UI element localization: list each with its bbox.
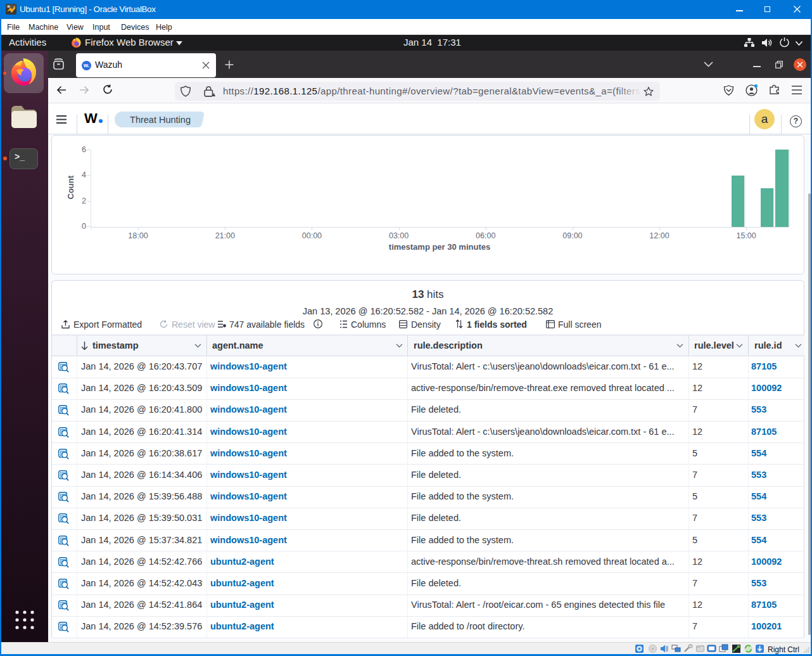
svg-text:Threat Hunting: Threat Hunting: [130, 115, 191, 125]
